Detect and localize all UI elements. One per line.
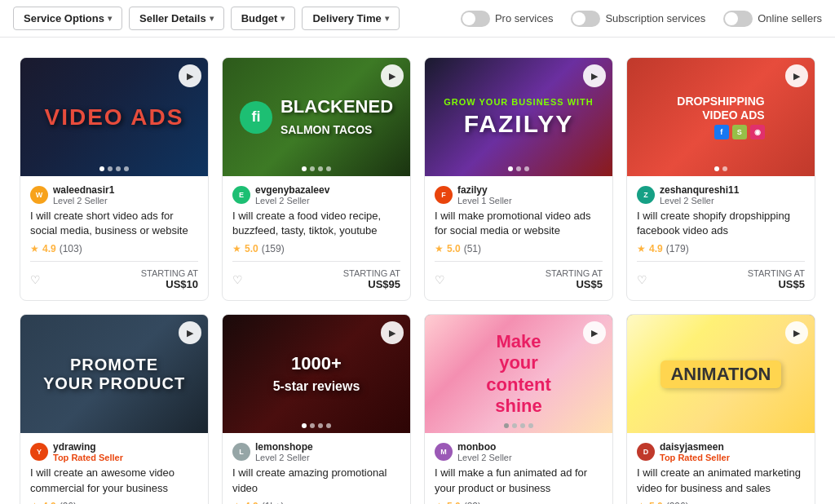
rating-value-3: 5.0 — [447, 243, 461, 254]
avatar-7: M — [435, 443, 453, 461]
avatar-3: F — [435, 186, 453, 204]
card-4: DROPSHIPPINGVIDEO ADS f S ◉ ▶ — [626, 57, 815, 301]
card-title-2: I will create a food video recipe, buzzf… — [232, 209, 400, 238]
seller-details-button[interactable]: Seller Details ▾ — [129, 7, 224, 30]
rating-count-4: (179) — [666, 243, 689, 254]
price-3: US$5 — [546, 278, 603, 290]
rating-value-8: 5.0 — [649, 501, 663, 504]
rating-row-7: ★ 5.0 (83) — [435, 501, 603, 504]
card-7: Makeyourcontentshine ▶ M monboo Level 2 … — [424, 314, 613, 504]
play-button-4[interactable]: ▶ — [785, 64, 808, 87]
seller-info-5: ydrawing Top Rated Seller — [53, 441, 123, 462]
subscription-label: Subscription services — [605, 12, 705, 24]
card-1-body: W waleednasir1 Level 2 Seller I will cre… — [20, 176, 208, 300]
favorite-button-1[interactable]: ♡ — [30, 273, 41, 286]
budget-button[interactable]: Budget ▾ — [231, 7, 296, 30]
play-button-2[interactable]: ▶ — [381, 64, 404, 87]
avatar-4: Z — [637, 186, 655, 204]
card-title-7: I will make a fun animated ad for your p… — [435, 466, 603, 495]
price-section-1: STARTING AT US$10 — [141, 268, 198, 290]
star-icon-8: ★ — [637, 501, 646, 504]
seller-info-3: fazilyy Level 1 Seller — [457, 184, 512, 206]
rating-count-1: (103) — [60, 243, 82, 254]
card-3-body: F fazilyy Level 1 Seller I will make pro… — [425, 176, 612, 300]
cards-grid: VIDEO ADS ▶ W waleednasir1 Level 2 Selle… — [0, 38, 835, 504]
rating-row-3: ★ 5.0 (51) — [435, 243, 603, 254]
rating-row-2: ★ 5.0 (159) — [232, 243, 400, 254]
budget-label: Budget — [241, 12, 278, 24]
avatar-2: E — [232, 186, 250, 204]
rating-value-5: 4.9 — [42, 501, 56, 504]
image-dots-2 — [302, 166, 331, 171]
seller-row-7: M monboo Level 2 Seller — [435, 441, 603, 462]
rating-value-4: 4.9 — [649, 243, 663, 254]
card-footer-1: ♡ STARTING AT US$10 — [30, 261, 198, 290]
price-1: US$10 — [141, 278, 198, 290]
card-8-image: ANIMATION ▶ — [627, 315, 815, 433]
card-title-5: I will create an awesome video commercia… — [30, 466, 198, 495]
chevron-down-icon: ▾ — [385, 14, 389, 23]
price-4: US$5 — [748, 278, 805, 290]
chevron-down-icon: ▾ — [108, 14, 112, 23]
seller-name-7: monboo — [457, 441, 512, 453]
seller-name-3: fazilyy — [457, 184, 512, 196]
play-button-1[interactable]: ▶ — [179, 64, 201, 87]
rating-value-6: 4.9 — [245, 501, 258, 504]
star-icon-3: ★ — [435, 243, 444, 254]
pro-services-label: Pro services — [495, 12, 554, 24]
card-5: PROMOTEYOUR PRODUCT ▶ Y ydrawing Top Rat… — [20, 314, 209, 504]
card-2: fi BLACKENEDSALMON TACOS ▶ E evgenybazal… — [222, 57, 411, 301]
seller-level-2: Level 2 Seller — [255, 196, 329, 206]
image-dots-3 — [508, 166, 529, 171]
rating-row-8: ★ 5.0 (296) — [637, 501, 805, 504]
seller-level-7: Level 2 Seller — [457, 453, 512, 462]
seller-level-5: Top Rated Seller — [53, 453, 123, 462]
seller-info-6: lemonshope Level 2 Seller — [255, 441, 313, 462]
price-section-3: STARTING AT US$5 — [546, 268, 603, 290]
rating-value-1: 4.9 — [42, 243, 56, 254]
star-icon-2: ★ — [232, 243, 241, 254]
card-4-body: Z zeshanqureshi11 Level 2 Seller I will … — [627, 176, 815, 300]
delivery-time-button[interactable]: Delivery Time ▾ — [302, 7, 399, 30]
seller-details-label: Seller Details — [139, 12, 206, 24]
seller-info-7: monboo Level 2 Seller — [457, 441, 512, 462]
shopify-icon: S — [732, 125, 747, 139]
seller-name-2: evgenybazaleev — [255, 184, 329, 196]
favorite-button-2[interactable]: ♡ — [232, 273, 243, 286]
card-6-body: L lemonshope Level 2 Seller I will creat… — [223, 433, 410, 504]
seller-level-6: Level 2 Seller — [255, 453, 313, 462]
image-dots-1 — [99, 166, 129, 171]
favorite-button-4[interactable]: ♡ — [637, 273, 647, 286]
card-1: VIDEO ADS ▶ W waleednasir1 Level 2 Selle… — [20, 57, 209, 301]
rating-value-2: 5.0 — [245, 243, 258, 254]
price-2: US$95 — [343, 278, 400, 290]
seller-row-8: D daisyjasmeen Top Rated Seller — [637, 441, 805, 462]
chevron-down-icon: ▾ — [281, 14, 285, 23]
instagram-icon: ◉ — [750, 125, 765, 139]
subscription-toggle[interactable] — [571, 11, 600, 27]
image-dots-7 — [504, 423, 533, 428]
card-2-body: E evgenybazaleev Level 2 Seller I will c… — [223, 176, 410, 300]
seller-name-8: daisyjasmeen — [660, 441, 730, 453]
rating-row-5: ★ 4.9 (96) — [30, 501, 198, 504]
service-options-button[interactable]: Service Options ▾ — [13, 7, 122, 30]
card-7-body: M monboo Level 2 Seller I will make a fu… — [425, 433, 612, 504]
star-icon-1: ★ — [30, 243, 39, 254]
avatar-5: Y — [30, 443, 48, 461]
rating-count-7: (83) — [464, 501, 481, 504]
star-icon-5: ★ — [30, 501, 39, 504]
seller-level-3: Level 1 Seller — [457, 196, 512, 206]
card-title-3: I will make promotional video ads for so… — [435, 209, 603, 238]
card-7-image: Makeyourcontentshine ▶ — [425, 315, 612, 433]
pro-services-toggle[interactable] — [461, 11, 490, 27]
card-8: ANIMATION ▶ D daisyjasmeen Top Rated Sel… — [626, 314, 815, 504]
seller-row-3: F fazilyy Level 1 Seller — [435, 184, 603, 206]
favorite-button-3[interactable]: ♡ — [435, 273, 445, 286]
seller-name-5: ydrawing — [53, 441, 123, 453]
seller-name-4: zeshanqureshi11 — [660, 184, 739, 196]
seller-info-2: evgenybazaleev Level 2 Seller — [255, 184, 329, 206]
star-icon-6: ★ — [232, 501, 241, 504]
card-6: 1000+5-star reviews ▶ L lemonshope Level… — [222, 314, 411, 504]
online-sellers-toggle[interactable] — [723, 11, 753, 27]
play-button-3[interactable]: ▶ — [583, 64, 606, 87]
